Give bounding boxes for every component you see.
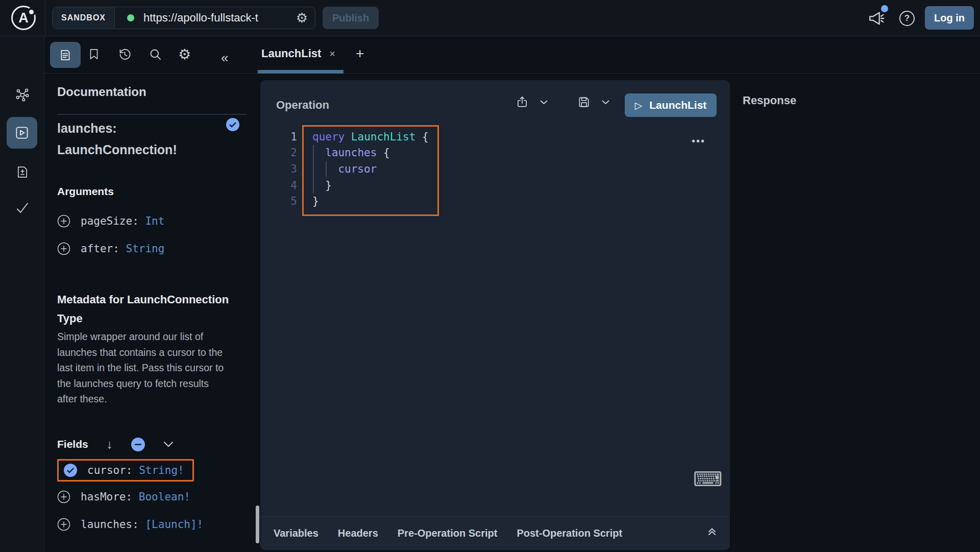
documentation-divider — [57, 114, 247, 115]
endpoint-bar: SANDBOX https://apollo-fullstack-t ⚙ — [52, 7, 315, 29]
collapse-footer-chevrons-icon[interactable] — [706, 526, 718, 537]
run-operation-button[interactable]: ▷ LaunchList — [625, 93, 717, 117]
tab-close-icon[interactable]: × — [329, 48, 335, 60]
field-signature: pageSize: Int — [81, 215, 164, 227]
save-icon[interactable] — [577, 95, 591, 109]
response-title: Response — [743, 94, 796, 107]
field-signature: hasMore: Boolean! — [81, 491, 190, 503]
endpoint-settings-gear-icon[interactable]: ⚙ — [296, 11, 308, 25]
share-icon[interactable] — [516, 95, 529, 109]
collapse-panel-chevrons[interactable]: « — [221, 50, 227, 66]
documentation-title: Documentation — [57, 85, 146, 99]
footer-tab-headers[interactable]: Headers — [338, 527, 378, 539]
line-number: 2 — [284, 147, 297, 159]
login-button[interactable]: Log in — [925, 6, 974, 30]
metadata-description: Simple wrapper around our list of launch… — [57, 329, 228, 407]
collapse-fields-chevron-icon[interactable] — [163, 441, 174, 447]
tab-label: LaunchList — [261, 47, 321, 60]
tab-launchlist[interactable]: LaunchList × — [261, 47, 335, 60]
notification-dot — [881, 5, 888, 12]
save-dropdown-chevron-icon[interactable] — [602, 100, 609, 105]
schema-graph-icon[interactable] — [0, 88, 44, 102]
selected-field-name: launches: — [57, 121, 117, 135]
field-row[interactable]: after: String — [57, 242, 164, 255]
field-signature: cursor: String! — [87, 464, 184, 476]
run-play-icon: ▷ — [635, 100, 643, 111]
code-line[interactable]: 2launches { — [284, 145, 429, 161]
selected-field-type[interactable]: LaunchConnection! — [57, 142, 177, 157]
footer-tab-post-operation-script[interactable]: Post-Operation Script — [517, 527, 622, 539]
history-icon[interactable] — [118, 47, 132, 61]
add-field-plus-icon[interactable] — [57, 242, 70, 255]
operation-footer-bar: VariablesHeadersPre-Operation ScriptPost… — [260, 516, 730, 550]
footer-tab-pre-operation-script[interactable]: Pre-Operation Script — [398, 527, 498, 539]
saved-operations-bookmark-icon[interactable] — [87, 47, 101, 61]
editor-more-options-ellipsis[interactable]: ••• — [692, 135, 705, 147]
apollo-logo-icon[interactable]: A — [11, 6, 36, 30]
explorer-settings-gear-icon[interactable]: ⚙ — [178, 46, 191, 63]
code-line[interactable]: 1query LaunchList { — [284, 129, 429, 145]
run-button-label: LaunchList — [649, 99, 706, 111]
field-selected-check-icon[interactable] — [64, 464, 77, 477]
search-icon[interactable] — [149, 47, 162, 61]
line-number: 1 — [284, 131, 297, 143]
footer-tabs: VariablesHeadersPre-Operation ScriptPost… — [274, 527, 622, 539]
apollo-sandbox-app: A SANDBOX https://apollo-fullstack-t ⚙ P… — [0, 0, 980, 552]
connection-status-dot — [127, 14, 134, 21]
operation-title: Operation — [276, 99, 329, 112]
line-number: 5 — [284, 195, 297, 207]
new-tab-button[interactable]: + — [356, 45, 364, 62]
explorer-toolbar-row: ⚙ « LaunchList × + — [44, 36, 980, 74]
selected-field-heading: launches: LaunchConnection! — [57, 117, 231, 160]
explorer-nav-item[interactable] — [7, 117, 37, 149]
top-bar: A SANDBOX https://apollo-fullstack-t ⚙ P… — [0, 0, 980, 36]
endpoint-url-input[interactable]: https://apollo-fullstack-t — [143, 11, 289, 25]
fields-header: Fields ↓ — [57, 437, 174, 451]
keyboard-shortcuts-icon[interactable]: ⌨ — [693, 467, 723, 491]
documentation-tab-button[interactable] — [50, 42, 81, 68]
footer-tab-variables[interactable]: Variables — [274, 527, 318, 539]
field-row[interactable]: hasMore: Boolean! — [57, 490, 190, 503]
checks-nav-icon[interactable] — [0, 200, 44, 215]
operation-panel: Operation — [260, 80, 730, 550]
line-number: 4 — [284, 179, 297, 191]
add-field-plus-icon[interactable] — [57, 214, 70, 228]
sandbox-badge[interactable]: SANDBOX — [53, 7, 115, 29]
field-row[interactable]: launches: [Launch]! — [57, 518, 203, 531]
field-signature: after: String — [81, 243, 164, 255]
field-row[interactable]: cursor: String! — [57, 459, 194, 482]
add-field-plus-icon[interactable] — [57, 490, 70, 503]
code-line[interactable]: 3cursor — [284, 161, 429, 177]
code-line[interactable]: 5} — [284, 193, 429, 209]
operation-toolbar — [516, 95, 609, 109]
sort-arrow-icon[interactable]: ↓ — [107, 437, 113, 451]
schema-diff-icon[interactable] — [0, 165, 44, 179]
help-button[interactable]: ? — [899, 11, 915, 26]
docs-scrollbar-thumb[interactable] — [256, 506, 259, 543]
topbar-divider — [45, 0, 45, 36]
fields-title: Fields — [57, 438, 88, 450]
arguments-title: Arguments — [57, 185, 114, 198]
announcements-megaphone-icon[interactable] — [868, 10, 885, 27]
code-line[interactable]: 4} — [284, 177, 429, 194]
share-dropdown-chevron-icon[interactable] — [540, 100, 548, 105]
field-row[interactable]: pageSize: Int — [57, 214, 164, 228]
add-field-plus-icon[interactable] — [57, 518, 70, 531]
active-tab-underline — [258, 70, 344, 74]
metadata-title: Metadata for LaunchConnection Type — [57, 290, 247, 328]
graphql-editor[interactable]: 1query LaunchList {2launches {3cursor4}5… — [284, 129, 429, 209]
deselect-all-minus-icon[interactable] — [131, 438, 145, 451]
publish-button[interactable]: Publish — [323, 7, 379, 29]
documentation-panel: Documentation launches: LaunchConnection… — [44, 74, 260, 552]
field-signature: launches: [Launch]! — [81, 518, 203, 531]
line-number: 3 — [284, 163, 297, 175]
left-nav-sidebar: » — [0, 36, 44, 552]
